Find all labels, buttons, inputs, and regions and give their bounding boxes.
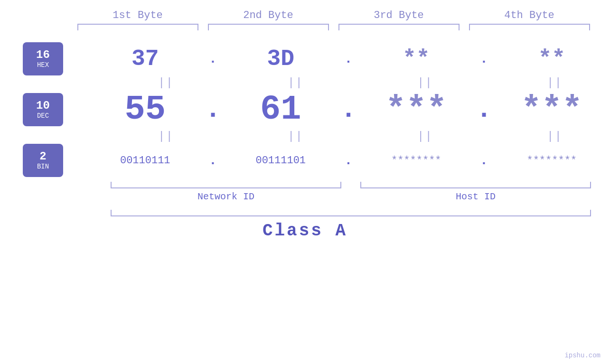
bin-b1: 00110111 [87,155,204,167]
bin-badge-num: 2 [39,150,46,163]
dec-b2: 61 [223,90,339,129]
class-bracket [111,210,591,216]
watermark: ipshu.com [564,352,601,359]
dec-b4: *** [494,90,610,129]
bin-dot-1: . [204,153,223,168]
eq-3: || [370,76,480,89]
byte-header-1: 1st Byte [73,9,203,21]
eq-cells-2: || || || || [111,130,610,143]
top-bracket-row [73,24,595,30]
host-id-label: Host ID [360,191,591,202]
bottom-bracket-labels: Network ID Host ID [111,182,610,202]
bin-row: 2 BIN 00110111 . 00111101 . ******** . *… [0,144,610,177]
main-container: 1st Byte 2nd Byte 3rd Byte 4th Byte 16 H… [0,0,610,364]
hex-dot-2: . [339,52,358,66]
hex-badge-label: HEX [37,61,49,69]
dec-b3: *** [358,90,475,129]
bottom-bracket-area: Network ID Host ID [0,182,610,202]
eq-7: || [370,130,480,143]
class-bracket-row [0,210,610,216]
dec-badge-label: DEC [37,112,49,120]
eq-8: || [499,130,610,143]
eq-5: || [111,130,221,143]
byte-header-3: 3rd Byte [334,9,464,21]
dec-dot-1: . [204,94,223,125]
hex-values: 37 . 3D . ** . ** [87,46,610,72]
hex-b1: 37 [87,46,204,72]
dec-values: 55 . 61 . *** . *** [87,90,610,129]
bin-dot-3: . [475,153,494,168]
bin-values: 00110111 . 00111101 . ******** . *******… [87,153,610,168]
hex-badge: 16 HEX [23,42,63,75]
dec-badge-num: 10 [36,100,50,112]
bin-b4: ******** [494,155,610,167]
hex-b4: ** [494,46,610,72]
hex-dot-1: . [204,52,223,66]
class-label-row: Class A [0,221,610,241]
dec-badge: 10 DEC [23,93,63,126]
top-bracket-2 [208,24,329,30]
eq-2: || [240,76,351,89]
eq-1: || [111,76,221,89]
bin-dot-2: . [339,153,358,168]
dec-b1: 55 [87,90,204,129]
top-bracket-3 [338,24,460,30]
bin-b3: ******** [358,155,475,167]
host-bracket [360,182,591,188]
hex-b2: 3D [223,46,339,72]
byte-headers: 1st Byte 2nd Byte 3rd Byte 4th Byte [73,9,595,21]
hex-badge-num: 16 [36,49,50,61]
eq-4: || [499,76,610,89]
bot-brackets [111,182,591,188]
bracket-labels: Network ID Host ID [111,191,591,202]
top-bracket-1 [77,24,198,30]
eq-6: || [240,130,351,143]
network-id-label: Network ID [111,191,341,202]
hex-b3: ** [358,46,475,72]
network-bracket [111,182,341,188]
bin-badge-label: BIN [37,163,49,170]
class-label: Class A [263,221,347,241]
byte-header-4: 4th Byte [464,9,595,21]
equals-row-1: || || || || [0,76,610,89]
top-bracket-4 [469,24,590,30]
hex-row: 16 HEX 37 . 3D . ** . ** [0,42,610,75]
dec-row: 10 DEC 55 . 61 . *** . *** [0,90,610,129]
hex-dot-3: . [475,52,494,66]
eq-cells-1: || || || || [111,76,610,89]
bin-badge: 2 BIN [23,144,63,177]
bin-b2: 00111101 [223,155,339,167]
byte-header-2: 2nd Byte [203,9,334,21]
dec-dot-3: . [475,94,494,125]
dec-dot-2: . [339,94,358,125]
equals-row-2: || || || || [0,130,610,143]
